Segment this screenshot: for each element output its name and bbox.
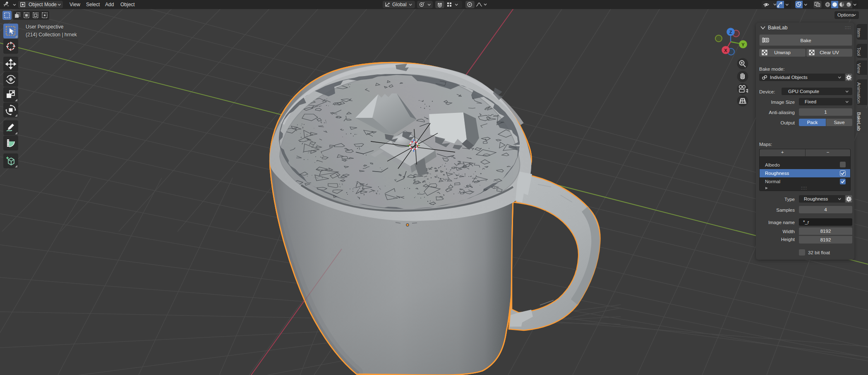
svg-text:X: X — [724, 48, 727, 53]
svg-text:Y: Y — [741, 42, 745, 47]
svg-text:Z: Z — [729, 30, 732, 35]
